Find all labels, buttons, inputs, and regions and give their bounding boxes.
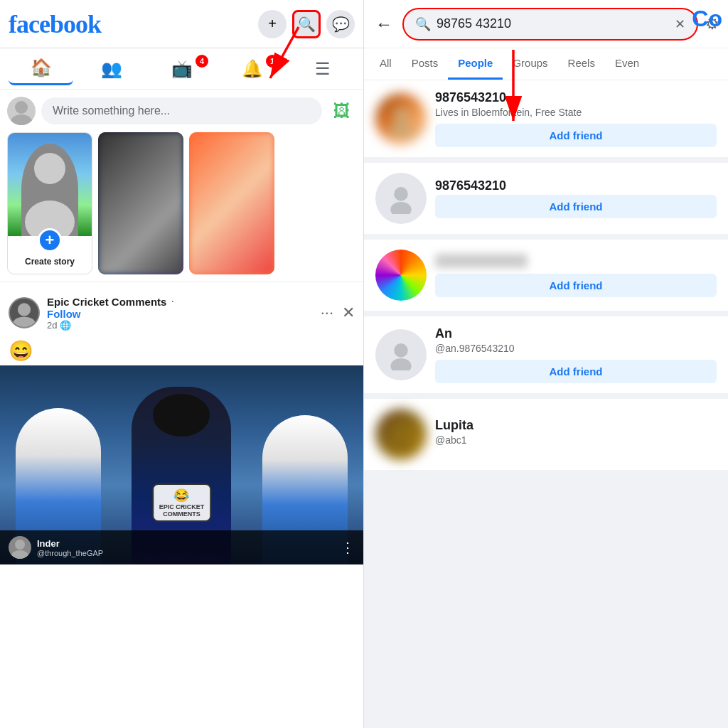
notif-badge: 1	[266, 55, 279, 68]
post-section: Epic Cricket Comments · Follow 2d 🌐 ··· …	[0, 282, 363, 728]
person-card-5: Lupita @abc1	[364, 399, 728, 470]
people-list: 9876543210 Lives in Bloemfontein, Free S…	[364, 80, 728, 728]
nav-watch[interactable]: 📺 4	[149, 53, 214, 85]
tab-groups[interactable]: Groups	[503, 48, 557, 80]
svg-point-4	[18, 303, 31, 316]
person-name-1: 9876543210	[435, 90, 717, 105]
tab-even[interactable]: Even	[605, 48, 649, 80]
person-info-1: 9876543210 Lives in Bloemfontein, Free S…	[435, 90, 717, 147]
story-card-3[interactable]	[189, 132, 274, 274]
create-story-card[interactable]: + Create story	[7, 132, 92, 274]
svg-point-1	[11, 114, 32, 125]
nav-notifications[interactable]: 🔔 1	[220, 53, 284, 85]
co-label: Co	[692, 6, 722, 32]
nav-menu[interactable]: ☰	[290, 53, 355, 85]
post-input-row: Write something here... 🖼	[7, 97, 356, 125]
post-user-handle: @through_theGAP	[37, 549, 103, 557]
right-panel: ← 🔍 98765 43210 ✕ ⚙ Co All Posts People …	[364, 0, 728, 728]
tab-reels[interactable]: Reels	[558, 48, 605, 80]
person-name-4: An	[435, 326, 717, 341]
follow-link[interactable]: Follow	[47, 308, 81, 320]
person-card-3: Add friend	[364, 240, 728, 311]
user-avatar	[7, 97, 36, 125]
back-button[interactable]: ←	[373, 11, 395, 37]
post-meta: Epic Cricket Comments · Follow 2d 🌐	[47, 295, 174, 331]
nav-home[interactable]: 🏠	[9, 52, 73, 85]
story-card-2[interactable]	[98, 132, 183, 274]
post-page-avatar	[9, 297, 40, 328]
person-avatar-5	[375, 409, 427, 460]
left-nav: 🏠 👥 📺 4 🔔 1 ☰	[0, 48, 363, 90]
add-friend-btn-3[interactable]: Add friend	[435, 274, 717, 297]
search-query: 98765 43210	[437, 16, 669, 31]
add-button[interactable]: +	[258, 10, 287, 38]
person-card-4: An @an.9876543210 Add friend	[364, 316, 728, 393]
post-more[interactable]: ··· ✕	[321, 304, 355, 322]
more-icon: ···	[321, 304, 333, 322]
person-card-2: 9876543210 Add friend	[364, 163, 728, 234]
person-avatar-1	[375, 93, 427, 144]
tab-all[interactable]: All	[370, 48, 402, 80]
story-cards: + Create story	[7, 132, 356, 274]
messenger-icon: 💬	[332, 16, 350, 33]
person-info-4: An @an.9876543210 Add friend	[435, 326, 717, 383]
svg-point-14	[394, 343, 408, 358]
messenger-button[interactable]: 💬	[326, 10, 355, 38]
watch-icon: 📺	[171, 59, 193, 79]
photo-icon[interactable]: 🖼	[328, 97, 356, 125]
close-icon[interactable]: ✕	[342, 304, 355, 322]
create-story-label: Create story	[22, 255, 77, 268]
person-name-blurred-3	[435, 254, 528, 268]
post-globe: 🌐	[60, 320, 71, 331]
story-bar: Write something here... 🖼 +	[0, 90, 363, 282]
search-bar-row: ← 🔍 98765 43210 ✕ ⚙	[364, 0, 728, 48]
svg-point-11	[394, 187, 408, 201]
person-avatar-2	[375, 173, 427, 224]
person-avatar-3	[375, 250, 427, 301]
search-icon: 🔍	[298, 16, 316, 33]
clear-search-button[interactable]: ✕	[675, 16, 685, 32]
svg-point-9	[390, 122, 412, 136]
svg-point-0	[15, 101, 28, 114]
search-button[interactable]: 🔍	[292, 10, 321, 38]
person-avatar-4	[375, 329, 427, 380]
svg-point-17	[390, 438, 412, 451]
svg-point-5	[14, 316, 36, 328]
post-options-icon[interactable]: ⋮	[341, 539, 355, 556]
person-detail-5: @abc1	[435, 434, 717, 446]
search-input-wrap[interactable]: 🔍 98765 43210 ✕	[402, 8, 698, 41]
post-emoji: 😄	[0, 336, 363, 365]
nav-friends[interactable]: 👥	[79, 53, 144, 85]
add-icon: +	[268, 16, 277, 32]
tab-people[interactable]: People	[448, 48, 503, 80]
person-info-2: 9876543210 Add friend	[435, 178, 717, 218]
header-icons: + 🔍 💬	[258, 10, 355, 38]
person-name-2: 9876543210	[435, 178, 717, 193]
add-friend-btn-4[interactable]: Add friend	[435, 360, 717, 383]
bell-icon: 🔔	[242, 59, 263, 79]
plus-circle: +	[38, 228, 62, 252]
svg-point-8	[393, 107, 408, 122]
search-icon-right: 🔍	[415, 16, 431, 32]
home-icon: 🏠	[31, 58, 52, 77]
photo-icon-glyph: 🖼	[333, 101, 350, 121]
person-detail-1: Lives in Bloemfontein, Free State	[435, 107, 717, 118]
add-friend-btn-1[interactable]: Add friend	[435, 124, 717, 147]
post-image: 😂 EPIC CRICKET COMMENTS Inder @through_t…	[0, 365, 363, 564]
svg-point-2	[34, 153, 65, 184]
svg-point-7	[11, 550, 28, 559]
facebook-logo: facebook	[9, 9, 101, 39]
post-time: 2d	[47, 320, 57, 331]
add-friend-btn-2[interactable]: Add friend	[435, 195, 717, 218]
tab-posts[interactable]: Posts	[402, 48, 449, 80]
svg-point-16	[393, 422, 408, 437]
friends-icon: 👥	[101, 59, 122, 79]
menu-icon: ☰	[315, 59, 331, 79]
person-card-1: 9876543210 Lives in Bloemfontein, Free S…	[364, 80, 728, 157]
person-detail-4: @an.9876543210	[435, 343, 717, 354]
post-input[interactable]: Write something here...	[41, 97, 322, 124]
story-create-bottom: + Create story	[8, 236, 92, 274]
header-left: facebook + 🔍 💬	[0, 0, 363, 48]
person-info-5: Lupita @abc1	[435, 418, 717, 451]
post-header: Epic Cricket Comments · Follow 2d 🌐 ··· …	[0, 289, 363, 336]
